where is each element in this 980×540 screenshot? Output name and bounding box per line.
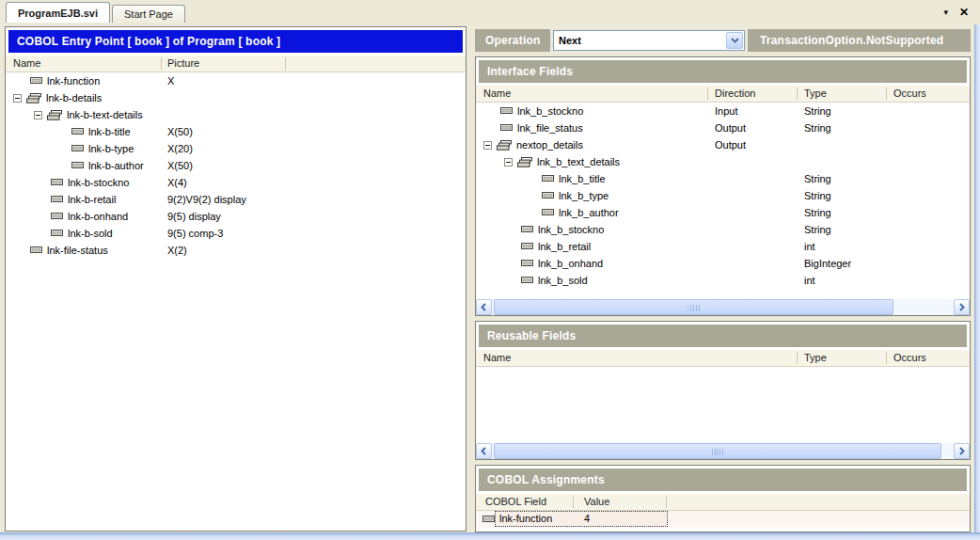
elementary-field-icon [521, 260, 534, 267]
tree-row[interactable]: lnk-b-author X(50) [6, 157, 466, 174]
elementary-field-icon [521, 277, 534, 284]
column-header-occurs[interactable]: Occurs [893, 86, 926, 102]
elementary-field-icon [51, 196, 64, 203]
tree-row[interactable]: lnk_b_stockno Input String [476, 103, 970, 119]
scroll-left-icon[interactable] [476, 443, 492, 459]
type-cell: String [804, 103, 831, 119]
expander-minus-icon[interactable] [13, 94, 22, 103]
reusable-fields-panel: Reusable Fields Name Type Occurs [475, 321, 971, 460]
column-header-cobol-field[interactable]: COBOL Field [485, 494, 546, 510]
tree-row[interactable]: lnk_b_sold int [476, 272, 970, 289]
document-tab-bar: ProgramEJB.svi Start Page ▾ ✕ [0, 0, 980, 23]
tree-row[interactable]: lnk-b-retail 9(2)V9(2) display [6, 191, 466, 208]
elementary-field-icon [542, 209, 555, 216]
tree-item-label: lnk_b_text_details [537, 153, 620, 170]
window-frame-edge [974, 24, 980, 540]
tree-item-label: lnk-b-title [88, 123, 131, 140]
scroll-right-icon[interactable] [954, 443, 970, 459]
operation-label: Operation [475, 29, 550, 52]
column-header-type[interactable]: Type [804, 350, 827, 366]
tree-row[interactable]: lnk-b-type X(20) [6, 140, 466, 157]
interface-fields-tree: lnk_b_stockno Input String lnk_file_stat… [476, 103, 970, 299]
tree-row[interactable]: lnk_b_text_details [476, 153, 970, 170]
transaction-option-label: TransactionOption.NotSupported [748, 29, 971, 52]
column-header-direction[interactable]: Direction [715, 86, 755, 102]
scroll-left-icon[interactable] [476, 299, 492, 315]
expander-minus-icon[interactable] [483, 141, 492, 150]
cobol-assignments-grid: lnk-function 4 [476, 511, 970, 532]
group-field-icon [26, 93, 42, 103]
elementary-field-icon [542, 192, 555, 199]
tree-row[interactable]: lnk_b_title String [476, 170, 970, 187]
column-header-name[interactable]: Name [483, 350, 511, 366]
column-header-type[interactable]: Type [804, 86, 827, 102]
direction-cell: Output [715, 119, 746, 136]
cobol-entry-point-tree: lnk-function Xlnk-b-details lnk-b-text-d… [6, 72, 466, 259]
tree-row[interactable]: lnk_b_author String [476, 204, 970, 221]
tree-item-label: lnk_b_type [559, 187, 609, 204]
section-title: Reusable Fields [479, 325, 967, 347]
tab-start-page[interactable]: Start Page [112, 5, 185, 23]
tab-programejb-svi[interactable]: ProgramEJB.svi [6, 2, 110, 23]
tree-row[interactable]: lnk_b_retail int [476, 238, 970, 255]
tree-row[interactable]: lnk_file_status Output String [476, 119, 970, 136]
tree-row[interactable]: lnk_b_onhand BigInteger [476, 255, 970, 272]
expander-minus-icon[interactable] [34, 111, 42, 119]
tree-row[interactable]: lnk-function X [6, 72, 466, 89]
tree-row[interactable]: lnk-file-status X(2) [6, 242, 466, 259]
group-field-icon [517, 157, 533, 167]
picture-cell: X(4) [167, 174, 187, 191]
tree-row[interactable]: lnk-b-title X(50) [6, 123, 466, 140]
column-header-name[interactable]: Name [13, 56, 40, 71]
type-cell: String [804, 204, 831, 221]
column-divider[interactable] [573, 496, 574, 508]
column-header-occurs[interactable]: Occurs [893, 350, 926, 366]
column-divider[interactable] [797, 352, 798, 364]
picture-cell: 9(2)V9(2) display [167, 191, 246, 208]
tree-row[interactable]: lnk-b-onhand 9(5) display [6, 208, 466, 225]
tree-row[interactable]: lnk-b-sold 9(5) comp-3 [6, 225, 466, 242]
elementary-field-icon [71, 162, 85, 169]
scrollbar-thumb[interactable] [494, 443, 941, 459]
column-header-name[interactable]: Name [483, 86, 511, 102]
tree-row[interactable]: lnk_b_stockno String [476, 221, 970, 238]
column-divider[interactable] [707, 87, 708, 100]
close-icon[interactable]: ✕ [959, 8, 969, 17]
column-header-value[interactable]: Value [584, 494, 609, 510]
tree-row[interactable]: lnk-b-details [6, 89, 466, 106]
column-divider[interactable] [285, 57, 286, 70]
assignment-row[interactable]: lnk-function 4 [476, 511, 970, 528]
elementary-field-icon [51, 213, 64, 220]
elementary-field-icon [30, 77, 43, 85]
tree-item-label: lnk-function [47, 72, 100, 89]
tree-row[interactable]: lnk-b-stockno X(4) [6, 174, 466, 191]
expander-minus-icon[interactable] [504, 158, 513, 167]
window-controls: ▾ ✕ [943, 6, 980, 23]
chevron-down-icon[interactable] [726, 32, 743, 49]
tree-row[interactable]: nextop_details Output [476, 136, 970, 153]
app-window: ProgramEJB.svi Start Page ▾ ✕ COBOL Entr… [0, 0, 980, 540]
column-divider[interactable] [886, 87, 887, 100]
interface-fields-hscrollbar[interactable] [476, 299, 970, 315]
scrollbar-thumb[interactable] [494, 299, 893, 315]
reusable-fields-hscrollbar[interactable] [476, 443, 970, 459]
column-divider[interactable] [161, 57, 162, 70]
cobol-field-cell[interactable]: lnk-function [499, 511, 552, 527]
type-cell: String [804, 170, 831, 187]
tree-item-label: lnk-b-details [46, 89, 102, 106]
column-divider[interactable] [666, 496, 667, 508]
tree-row[interactable]: lnk-b-text-details [6, 106, 466, 123]
type-cell: BigInteger [804, 255, 851, 272]
window-list-dropdown-icon[interactable]: ▾ [943, 8, 948, 17]
tree-item-label: lnk-b-onhand [68, 208, 128, 225]
value-cell[interactable]: 4 [584, 511, 590, 527]
operation-select[interactable]: Next [553, 30, 745, 51]
tree-row[interactable]: lnk_b_type String [476, 187, 970, 204]
scroll-right-icon[interactable] [954, 299, 970, 315]
picture-cell: X(20) [167, 140, 193, 157]
tree-item-label: lnk-file-status [47, 242, 108, 259]
column-divider[interactable] [797, 87, 798, 100]
column-header-picture[interactable]: Picture [167, 56, 199, 71]
tree-item-label: lnk-b-retail [68, 191, 116, 208]
column-divider[interactable] [886, 352, 887, 364]
